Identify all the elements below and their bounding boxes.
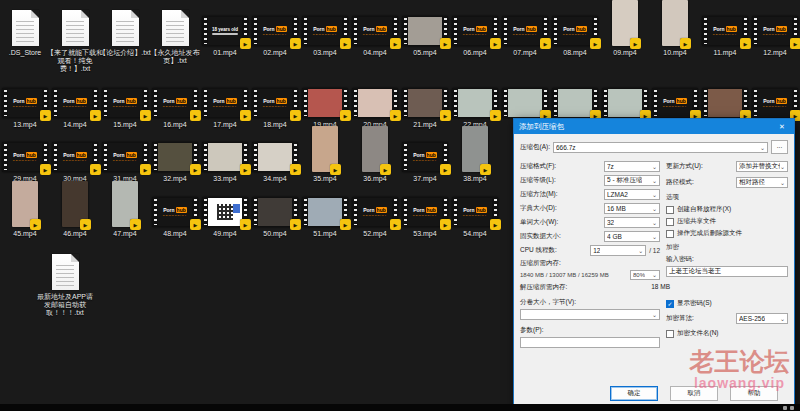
desktop-video-file[interactable]: 34.mp4 [250, 142, 300, 183]
field-select[interactable]: 16 MB [604, 203, 660, 214]
password-input[interactable] [666, 266, 788, 277]
desktop-video-file[interactable]: 20.mp4 [350, 88, 400, 129]
chevron-down-icon [652, 233, 657, 240]
help-button[interactable]: 帮助 [730, 386, 778, 401]
ok-button[interactable]: 确定 [610, 386, 658, 401]
file-label: 【来了就能下载和观看！纯免费！】.txt [47, 49, 103, 73]
desktop-video-file[interactable]: PornhubCOMMUNITY14.mp4 [50, 88, 100, 129]
desktop-video-file[interactable]: 51.mp4 [300, 197, 350, 238]
file-label: 32.mp4 [147, 175, 203, 183]
desktop-video-file[interactable]: 36.mp4 [350, 126, 400, 183]
desktop-text-file[interactable]: 【永久地址发布页】.txt [150, 10, 200, 65]
desktop-video-file[interactable]: PornhubCOMMUNITY31.mp4 [100, 142, 150, 183]
desktop-video-file[interactable]: PornhubCOMMUNITY30.mp4 [50, 142, 100, 183]
desktop-video-file[interactable]: 18 years old01.mp4 [200, 16, 250, 57]
player-badge-icon [490, 219, 501, 230]
player-badge-icon [80, 219, 91, 230]
desktop-video-file[interactable]: PornhubCOMMUNITY37.mp4 [400, 142, 450, 183]
file-label: 02.mp4 [247, 49, 303, 57]
video-thumbnail [452, 88, 498, 118]
desktop-video-file[interactable]: 47.mp4 [100, 181, 150, 238]
desktop-video-file[interactable]: 45.mp4 [0, 181, 50, 238]
memory-percent-select[interactable]: 80% [630, 270, 660, 280]
desktop-video-file[interactable]: PornhubCOMMUNITY54.mp4 [450, 197, 500, 238]
desktop-text-file[interactable]: 【来了就能下载和观看！纯免费！】.txt [50, 10, 100, 73]
desktop-video-file[interactable]: PornhubCOMMUNITY17.mp4 [200, 88, 250, 129]
desktop-video-file[interactable]: PornhubCOMMUNITY04.mp4 [350, 16, 400, 57]
desktop-video-file[interactable]: PornhubCOMMUNITY15.mp4 [100, 88, 150, 129]
close-icon[interactable] [775, 122, 789, 131]
field-suffix: / 12 [649, 247, 660, 254]
video-thumbnail [252, 142, 298, 172]
desktop-video-file[interactable]: 38.mp4 [450, 126, 500, 183]
desktop-video-file[interactable]: PornhubCOMMUNITY13.mp4 [0, 88, 50, 129]
desktop-video-file[interactable]: PornhubCOMMUNITY03.mp4 [300, 16, 350, 57]
checkbox-icon [666, 300, 674, 308]
desktop-video-file[interactable]: 46.mp4 [50, 181, 100, 238]
desktop-video-file[interactable]: PornhubCOMMUNITY12.mp4 [750, 16, 800, 57]
video-thumbnail: PornhubCOMMUNITY [702, 16, 748, 46]
field-select[interactable]: LZMA2 [604, 189, 660, 200]
desktop-video-file[interactable]: PornhubCOMMUNITY16.mp4 [150, 88, 200, 129]
tray-icon[interactable] [783, 406, 787, 410]
desktop-video-file[interactable]: 22.mp4 [450, 88, 500, 129]
option-checkbox[interactable]: 创建自释放程序(X) [666, 205, 788, 214]
desktop-video-file[interactable]: PornhubCOMMUNITY07.mp4 [500, 16, 550, 57]
brand-logo-icon: Pornhub [363, 207, 387, 213]
parameters-input[interactable] [520, 337, 660, 348]
volume-size-input[interactable] [520, 309, 660, 320]
brand-logo-icon: Pornhub [563, 26, 587, 32]
browse-button[interactable]: ... [771, 140, 788, 154]
video-thumbnail [112, 181, 138, 227]
video-thumbnail [302, 197, 348, 227]
desktop-text-file[interactable]: 【论坛介绍】.txt [100, 10, 150, 57]
desktop-video-file[interactable]: 50.mp4 [250, 197, 300, 238]
desktop-video-file[interactable]: 05.mp4 [400, 16, 450, 57]
desktop-video-file[interactable]: PornhubCOMMUNITY06.mp4 [450, 16, 500, 57]
file-label: 11.mp4 [697, 49, 753, 57]
encrypt-filenames-checkbox[interactable]: 加密文件名(N) [666, 329, 788, 338]
desktop-video-file[interactable]: PornhubCOMMUNITY29.mp4 [0, 142, 50, 183]
desktop-video-file[interactable]: PornhubCOMMUNITY02.mp4 [250, 16, 300, 57]
desktop-video-file[interactable]: 21.mp4 [400, 88, 450, 129]
desktop-video-file[interactable]: 09.mp4 [600, 0, 650, 57]
desktop-video-file[interactable]: PornhubCOMMUNITY18.mp4 [250, 88, 300, 129]
video-thumbnail: PornhubCOMMUNITY [752, 88, 798, 118]
desktop-video-file[interactable]: 33.mp4 [200, 142, 250, 183]
field-select[interactable]: 12 [590, 245, 646, 256]
chevron-down-icon [652, 272, 657, 278]
video-thumbnail [362, 126, 388, 172]
desktop-video-file[interactable]: 32.mp4 [150, 142, 200, 183]
desktop-video-file[interactable]: 10.mp4 [650, 0, 700, 57]
field-select[interactable]: 4 GB [604, 231, 660, 242]
path-mode-select[interactable]: 相对路径 [736, 177, 788, 188]
archive-name-input[interactable]: 666.7z [553, 142, 768, 153]
desktop-video-file[interactable]: 35.mp4 [300, 126, 350, 183]
desktop-video-file[interactable]: PornhubCOMMUNITY48.mp4 [150, 197, 200, 238]
update-mode-select[interactable]: 添加并替换文件 [736, 161, 788, 172]
desktop-video-file[interactable]: PornhubCOMMUNITY08.mp4 [550, 16, 600, 57]
desktop-video-file[interactable]: PornhubCOMMUNITY52.mp4 [350, 197, 400, 238]
show-password-checkbox[interactable]: 显示密码(S) [666, 299, 788, 308]
cancel-button[interactable]: 取消 [670, 386, 718, 401]
video-thumbnail: PornhubCOMMUNITY [302, 16, 348, 46]
field-select[interactable]: 7z [604, 161, 660, 172]
desktop-video-file[interactable]: 49.mp4 [200, 197, 250, 238]
desktop-text-file[interactable]: .DS_Store [0, 10, 50, 57]
desktop-video-file[interactable]: 19.mp4 [300, 88, 350, 129]
file-label: 34.mp4 [247, 175, 303, 183]
desktop-text-file[interactable]: 最新地址及APP请发邮箱自动获取！！！.txt [40, 254, 90, 317]
tray-icon[interactable] [790, 406, 794, 410]
field-select[interactable]: 32 [604, 217, 660, 228]
field-select[interactable]: 5 - 标准压缩 [604, 175, 660, 186]
option-checkbox[interactable]: 操作完成后删除源文件 [666, 229, 788, 238]
checkbox-icon [666, 230, 674, 238]
desktop-video-file[interactable]: PornhubCOMMUNITY11.mp4 [700, 16, 750, 57]
text-file-icon [52, 254, 79, 290]
dialog-titlebar[interactable]: 添加到压缩包 [514, 119, 794, 134]
option-checkbox[interactable]: 压缩共享文件 [666, 217, 788, 226]
video-thumbnail [502, 88, 548, 118]
cipher-select[interactable]: AES-256 [736, 313, 788, 324]
desktop-video-file[interactable]: PornhubCOMMUNITY53.mp4 [400, 197, 450, 238]
taskbar[interactable] [0, 404, 800, 411]
